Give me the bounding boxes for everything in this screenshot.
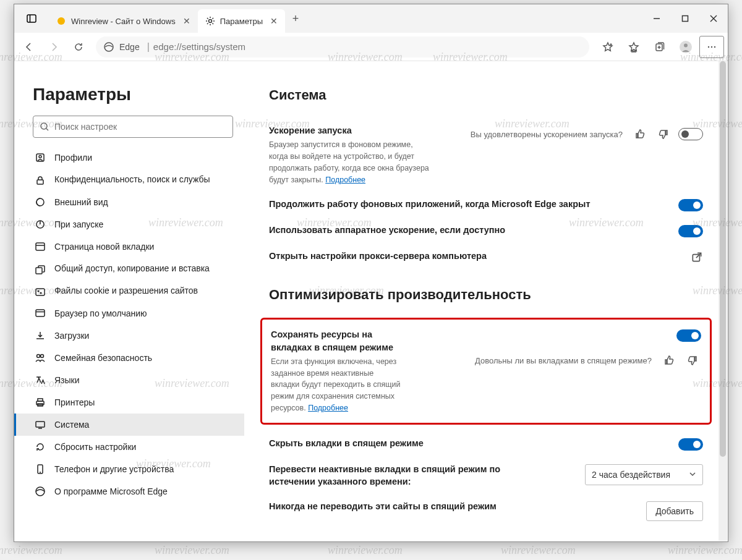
nav-appearance[interactable]: Внешний вид — [14, 191, 244, 213]
titlebar: Winreview - Сайт о Windows ✕ Параметры ✕… — [14, 4, 728, 33]
share-icon — [35, 264, 46, 275]
nav-default-browser[interactable]: Браузер по умолчанию — [14, 302, 244, 325]
svg-rect-31 — [36, 268, 42, 274]
toggle-startup-boost[interactable] — [678, 128, 703, 140]
svg-point-2 — [58, 17, 65, 25]
learn-more-link[interactable]: Подробнее — [308, 404, 348, 412]
nav-privacy[interactable]: Конфиденциальность, поиск и службы — [14, 169, 244, 191]
thumbs-down-icon[interactable] — [684, 352, 701, 369]
nav-reset[interactable]: Сбросить настройки — [14, 436, 244, 458]
chevron-down-icon — [689, 470, 696, 480]
tab-title: Winreview - Сайт о Windows — [71, 17, 176, 26]
nav-printers[interactable]: Принтеры — [14, 391, 244, 414]
browser-window: Winreview - Сайт о Windows ✕ Параметры ✕… — [14, 4, 728, 542]
cookie-icon — [35, 286, 46, 297]
nav-about[interactable]: О программе Microsoft Edge — [14, 480, 244, 503]
menu-button[interactable] — [699, 36, 724, 58]
system-icon — [35, 419, 46, 430]
minimize-button[interactable] — [642, 4, 671, 33]
favorite-button[interactable] — [595, 36, 620, 58]
add-button[interactable]: Добавить — [646, 501, 703, 521]
settings-main: Система Ускорение запуска Браузер запуст… — [244, 61, 728, 541]
setting-title: Ускорение запуска — [269, 124, 471, 137]
back-button[interactable] — [18, 36, 40, 58]
settings-content: Параметры Профили Конфиденциальность, по… — [14, 61, 728, 541]
tab-title: Параметры — [220, 17, 263, 26]
thumbs-up-icon[interactable] — [631, 125, 649, 143]
search-input[interactable] — [54, 122, 226, 132]
forward-button[interactable] — [43, 36, 65, 58]
svg-point-34 — [40, 292, 41, 294]
profile-icon — [35, 152, 46, 163]
phone-icon — [35, 464, 46, 475]
favicon-icon — [56, 16, 66, 26]
browser-icon — [35, 308, 46, 319]
toggle-sleeping-tabs[interactable] — [676, 329, 701, 342]
nav-system[interactable]: Система — [14, 414, 244, 436]
dropdown-value: 2 часа бездействия — [592, 470, 670, 480]
svg-point-38 — [41, 355, 44, 358]
nav-newtab[interactable]: Страница новой вкладки — [14, 235, 244, 258]
profile-button[interactable] — [673, 36, 698, 58]
setting-title: Сохранять ресурсы на вкладках в спящем р… — [271, 328, 401, 354]
refresh-button[interactable] — [67, 36, 90, 58]
printer-icon — [35, 397, 46, 408]
thumbs-up-icon[interactable] — [660, 352, 678, 369]
close-window-button[interactable] — [699, 4, 728, 33]
close-tab-icon[interactable]: ✕ — [270, 16, 278, 26]
toggle-fade-tabs[interactable] — [678, 438, 703, 451]
new-tab-button[interactable]: + — [285, 8, 306, 29]
setting-fade-tabs: Скрыть вкладки в спящем режиме — [269, 431, 703, 457]
toggle-hw-accel[interactable] — [678, 225, 703, 237]
svg-point-33 — [38, 291, 39, 292]
svg-point-20 — [714, 46, 715, 47]
family-icon — [35, 352, 46, 363]
setting-desc: Если эта функция включена, через заданно… — [271, 356, 401, 414]
setting-title: Перевести неактивные вкладки в спящий ре… — [269, 463, 516, 488]
watermark: winreviewer.com — [501, 544, 576, 557]
svg-point-46 — [36, 487, 45, 496]
thumbs-down-icon[interactable] — [655, 125, 672, 143]
svg-rect-35 — [36, 310, 45, 316]
svg-rect-32 — [36, 289, 45, 295]
nav-share[interactable]: Общий доступ, копирование и вставка — [14, 258, 244, 280]
toggle-bg-apps[interactable] — [678, 199, 703, 211]
external-link-icon — [691, 251, 703, 263]
setting-timeout: Перевести неактивные вкладки в спящий ре… — [269, 457, 703, 494]
svg-point-17 — [684, 43, 688, 47]
setting-title: Продолжить работу фоновых приложений, ко… — [269, 198, 678, 210]
nav-downloads[interactable]: Загрузки — [14, 325, 244, 347]
timeout-dropdown[interactable]: 2 часа бездействия — [585, 464, 703, 485]
nav-family[interactable]: Семейная безопасность — [14, 347, 244, 369]
reset-icon — [35, 441, 46, 452]
feedback-label: Вы удовлетворены ускорением запуска? — [471, 130, 623, 139]
window-controls — [642, 4, 728, 33]
watermark: winreviewer.com — [155, 544, 229, 557]
nav-startup[interactable]: При запуске — [14, 213, 244, 235]
vertical-tabs-button[interactable] — [14, 14, 49, 23]
learn-more-link[interactable]: Подробнее — [325, 176, 365, 184]
svg-point-3 — [208, 20, 211, 23]
nav-phone[interactable]: Телефон и другие устройства — [14, 458, 244, 480]
maximize-button[interactable] — [671, 4, 699, 33]
setting-sleeping-tabs: Сохранять ресурсы на вкладках в спящем р… — [271, 326, 701, 416]
favorites-list-button[interactable] — [621, 36, 646, 58]
close-tab-icon[interactable]: ✕ — [183, 16, 190, 26]
gear-icon — [205, 16, 215, 26]
svg-line-22 — [46, 129, 48, 130]
nav-cookies[interactable]: Файлы cookie и разрешения сайтов — [14, 280, 244, 302]
nav-languages[interactable]: Языки — [14, 369, 244, 391]
address-bar[interactable]: Edge | edge://settings/system — [96, 36, 589, 57]
settings-search[interactable] — [33, 116, 233, 138]
svg-point-37 — [37, 355, 40, 358]
setting-bg-apps: Продолжить работу фоновых приложений, ко… — [269, 192, 703, 218]
setting-proxy[interactable]: Открыть настройки прокси-сервера компьют… — [269, 244, 703, 269]
scrollbar[interactable] — [719, 61, 727, 541]
collections-button[interactable] — [647, 36, 672, 58]
tab-settings[interactable]: Параметры ✕ — [198, 9, 285, 33]
tab-winreview[interactable]: Winreview - Сайт о Windows ✕ — [49, 9, 198, 33]
nav-profiles[interactable]: Профили — [14, 146, 244, 169]
scroll-thumb[interactable] — [720, 61, 726, 457]
setting-title: Использовать аппаратное ускорение, если … — [269, 224, 678, 236]
download-icon — [35, 330, 46, 341]
